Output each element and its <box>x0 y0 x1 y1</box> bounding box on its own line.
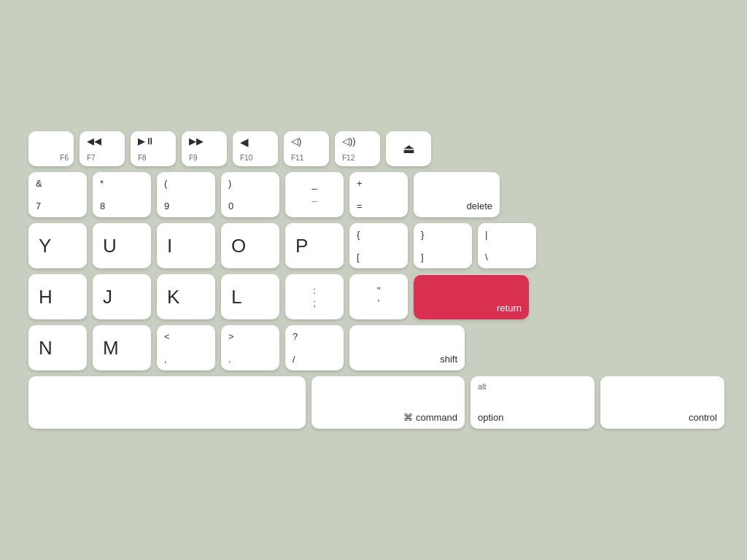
key-f12[interactable]: ◁)) F12 <box>335 131 380 166</box>
key-o[interactable]: O <box>221 223 279 268</box>
key-y[interactable]: Y <box>28 223 87 268</box>
keyboard: F6 ◀◀ F7 ▶⏸ F8 ▶▶ F9 ◀ F10 ◁) F11 ◁)) F1… <box>12 118 735 442</box>
key-space[interactable] <box>28 376 306 429</box>
key-h[interactable]: H <box>28 274 87 319</box>
key-command[interactable]: ⌘ command <box>311 376 465 429</box>
key-equal[interactable]: + = <box>349 172 408 217</box>
key-shift-right[interactable]: shift <box>349 325 465 370</box>
key-option[interactable]: alt option <box>471 376 595 429</box>
space-row: ⌘ command alt option control <box>28 376 719 429</box>
key-period[interactable]: > . <box>221 325 279 370</box>
key-j[interactable]: J <box>93 274 151 319</box>
key-f7[interactable]: ◀◀ F7 <box>80 131 125 166</box>
key-8[interactable]: * 8 <box>93 172 151 217</box>
key-semicolon[interactable]: : ; <box>285 274 344 319</box>
key-i[interactable]: I <box>157 223 215 268</box>
key-k[interactable]: K <box>157 274 215 319</box>
key-p[interactable]: P <box>285 223 344 268</box>
key-quote[interactable]: " ' <box>349 274 408 319</box>
key-9[interactable]: ( 9 <box>157 172 215 217</box>
key-control[interactable]: control <box>600 376 724 429</box>
key-minus[interactable]: – – <box>285 172 344 217</box>
key-delete[interactable]: delete <box>414 172 500 217</box>
number-row: & 7 * 8 ( 9 ) 0 – – + = delete <box>28 172 719 217</box>
key-l[interactable]: L <box>221 274 279 319</box>
qwerty-row: Y U I O P { [ } ] | \ <box>28 223 719 268</box>
key-bracket-open[interactable]: { [ <box>349 223 408 268</box>
key-backslash[interactable]: | \ <box>478 223 536 268</box>
key-f9[interactable]: ▶▶ F9 <box>182 131 227 166</box>
key-n[interactable]: N <box>28 325 87 370</box>
bottom-alpha-row: N M < , > . ? / shift <box>28 325 719 370</box>
key-f11[interactable]: ◁) F11 <box>284 131 329 166</box>
key-comma[interactable]: < , <box>157 325 215 370</box>
key-f10[interactable]: ◀ F10 <box>233 131 278 166</box>
key-eject[interactable]: ⏏ <box>386 131 431 166</box>
key-m[interactable]: M <box>93 325 151 370</box>
key-f6[interactable]: F6 <box>28 131 74 166</box>
key-slash[interactable]: ? / <box>285 325 344 370</box>
key-7[interactable]: & 7 <box>28 172 87 217</box>
key-0[interactable]: ) 0 <box>221 172 279 217</box>
key-bracket-close[interactable]: } ] <box>414 223 472 268</box>
fn-row: F6 ◀◀ F7 ▶⏸ F8 ▶▶ F9 ◀ F10 ◁) F11 ◁)) F1… <box>28 131 719 166</box>
home-row: H J K L : ; " ' return <box>28 274 719 319</box>
key-f8[interactable]: ▶⏸ F8 <box>131 131 176 166</box>
key-u[interactable]: U <box>93 223 151 268</box>
key-return[interactable]: return <box>414 274 529 319</box>
